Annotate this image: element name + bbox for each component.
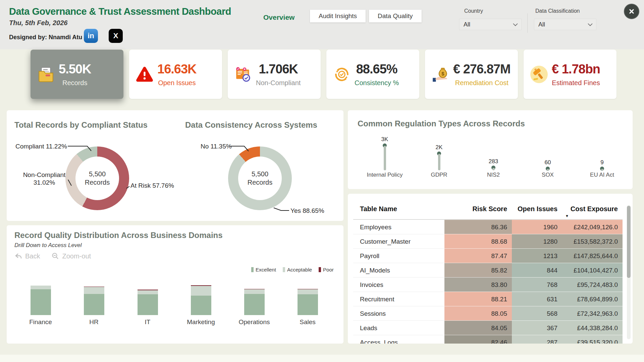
lollipop-item-nis2[interactable]: 283	[475, 158, 512, 170]
x-twitter-icon[interactable]: X	[109, 29, 123, 43]
table-cell-cost-exposure: £147,825,644.0	[562, 248, 623, 263]
lollipop-plot: 3KInternal Policy2KGDPR283NIS260SOX9EU A…	[348, 110, 633, 189]
table-cell-risk-score: 86.36	[444, 220, 512, 234]
kpi-card-non-compliant[interactable]: 1.706K Non-Compliant	[228, 50, 321, 99]
bar-it[interactable]	[138, 290, 158, 315]
callout-non-compliant: Non-Compliant 31.02%	[22, 171, 67, 186]
kpi-card-consistency[interactable]: 88.65% Consistency %	[326, 50, 419, 99]
tab-data-quality[interactable]: Data Quality	[369, 10, 422, 22]
column-header-open-issues[interactable]: Open Issues	[512, 205, 562, 213]
panel-risk-table: Table Name Risk Score Open Issues Cost E…	[348, 194, 633, 344]
drill-toolbar: Back Zoom-out	[14, 252, 91, 260]
table-body: Employees86.361960£242,049,126.0Customer…	[353, 220, 623, 344]
tab-overview[interactable]: Overview	[263, 13, 294, 21]
donut-consistency[interactable]: 5,500 Records	[228, 146, 292, 210]
table-cell-cost-exposure: £153,582,372.0	[562, 234, 623, 248]
bar-segment-excellent	[84, 294, 104, 315]
bar-category-label: Finance	[17, 318, 64, 326]
lollipop-item-internal-policy[interactable]: 3K	[366, 136, 403, 170]
close-button[interactable]	[624, 4, 639, 19]
table-cell-risk-score: 87.47	[444, 248, 512, 263]
table-cell-cost-exposure: £95,724,483.0	[562, 277, 623, 292]
table-cell-name: Leads	[353, 320, 444, 335]
kpi-row: 5.50K Records 16.63K Open Issues 1.706K …	[31, 50, 616, 99]
linkedin-icon[interactable]: in	[84, 29, 98, 43]
zoom-out-button[interactable]: Zoom-out	[51, 252, 91, 260]
table-cell-cost-exposure: £242,049,126.0	[562, 220, 623, 234]
callout-compliant: Compliant 11.22%	[15, 143, 67, 150]
page-title: Data Governance & Trust Assessment Dashb…	[9, 6, 231, 17]
table-row[interactable]: AI_Models85.82844£104,104,427.0	[353, 263, 623, 277]
table-cell-name: AI_Models	[353, 263, 444, 277]
donut-center-label: 5,500 Records	[238, 157, 282, 200]
back-button[interactable]: Back	[14, 252, 40, 260]
table-row[interactable]: Invoices83.80768£95,724,483.0	[353, 277, 623, 292]
folder-icon	[37, 65, 55, 84]
table-cell-open-issues: 287	[512, 335, 562, 344]
bar-segment-acceptable	[298, 289, 318, 294]
kpi-card-open-issues[interactable]: 16.63K Open Issues	[129, 50, 222, 99]
table-row[interactable]: Leads84.05367£44,338,284.0	[353, 320, 623, 335]
chart-title-quality-distribution: Record Quality Distribution Across Busin…	[14, 231, 223, 240]
bar-marketing[interactable]	[191, 285, 211, 315]
table-cell-risk-score: 88.05	[444, 306, 512, 320]
lollipop-category-label: GDPR	[411, 172, 468, 178]
column-header-risk-score[interactable]: Risk Score	[444, 205, 512, 213]
chart-title-consistency: Data Consistency Across Systems	[185, 120, 317, 130]
bar-category-label: IT	[124, 318, 171, 326]
donut-center-label: 5,500 Records	[75, 157, 119, 200]
bar-legend: Excellent Acceptable Poor	[251, 267, 334, 273]
lollipop-stem	[492, 168, 495, 170]
bar-segment-acceptable	[244, 289, 265, 294]
lollipop-value-label: 283	[489, 158, 498, 165]
kpi-card-records[interactable]: 5.50K Records	[31, 50, 123, 99]
bar-hr[interactable]	[84, 287, 104, 315]
panel-regulation-types: Common Regulation Types Across Records 3…	[348, 110, 633, 189]
scrollbar-thumb[interactable]	[627, 206, 631, 278]
lollipop-category-label: EU AI Act	[574, 172, 631, 178]
table-cell-name: Access_Logs	[353, 335, 444, 344]
table-cell-cost-exposure: £78,694,899.0	[562, 292, 623, 306]
bar-sales[interactable]	[298, 289, 318, 315]
country-filter-label: Country	[464, 8, 483, 14]
table-cell-open-issues: 1280	[512, 234, 562, 248]
table-row[interactable]: Access_Logs82.46287£39,515,320.0	[353, 335, 623, 344]
bar-operations[interactable]	[244, 289, 265, 315]
table-row[interactable]: Recruitment88.21631£78,694,899.0	[353, 292, 623, 306]
table-row[interactable]: Customer_Master88.681280£153,582,372.0	[353, 234, 623, 248]
chevron-down-icon	[513, 23, 518, 26]
lollipop-stem	[547, 169, 549, 170]
table-row[interactable]: Sessions88.05568£72,342,963.0	[353, 306, 623, 320]
donut-compliant-status[interactable]: 5,500 Records	[65, 146, 129, 210]
kpi-value: € 276.87M	[453, 62, 511, 76]
classification-filter-dropdown[interactable]: All	[534, 19, 596, 30]
table-cell-cost-exposure: £72,342,963.0	[562, 306, 623, 320]
callout-yes: Yes 88.65%	[290, 207, 324, 215]
tab-audit-insights[interactable]: Audit Insights	[310, 10, 366, 22]
lollipop-item-eu-ai-act[interactable]: 9	[584, 159, 621, 170]
table-cell-risk-score: 85.82	[444, 263, 512, 277]
country-filter-value: All	[464, 21, 470, 28]
classification-filter-label: Data Classification	[535, 8, 580, 14]
kpi-value: 1.706K	[259, 62, 298, 76]
kpi-card-estimated-fines[interactable]: $ € 1.78bn Estimated Fines	[524, 50, 616, 99]
lollipop-item-gdpr[interactable]: 2K	[421, 144, 458, 170]
column-header-cost-exposure[interactable]: Cost Exposure	[562, 205, 623, 213]
lollipop-item-sox[interactable]: 60	[529, 159, 566, 170]
back-arrow-icon	[14, 252, 22, 260]
table-cell-open-issues: 768	[512, 277, 562, 292]
table-cell-open-issues: 1960	[512, 220, 562, 234]
table-row[interactable]: Employees86.361960£242,049,126.0	[353, 220, 623, 234]
lollipop-value-label: 9	[600, 159, 603, 166]
panel-compliance-donuts: Total Records by Compliant Status Data C…	[7, 110, 343, 221]
table-cell-name: Employees	[353, 220, 444, 234]
kpi-card-remediation-cost[interactable]: $ € 276.87M Remediation Cost	[425, 50, 518, 99]
table-row[interactable]: Payroll87.471213£147,825,644.0	[353, 248, 623, 263]
table-cell-name: Recruitment	[353, 292, 444, 306]
country-filter-dropdown[interactable]: All	[459, 19, 522, 30]
donut-center-value: 5,500	[252, 170, 268, 178]
bar-finance[interactable]	[31, 286, 51, 315]
column-header-table-name[interactable]: Table Name	[353, 205, 444, 213]
callout-line: 31.02%	[34, 179, 55, 186]
sort-descending-icon[interactable]: ▼	[565, 214, 569, 218]
